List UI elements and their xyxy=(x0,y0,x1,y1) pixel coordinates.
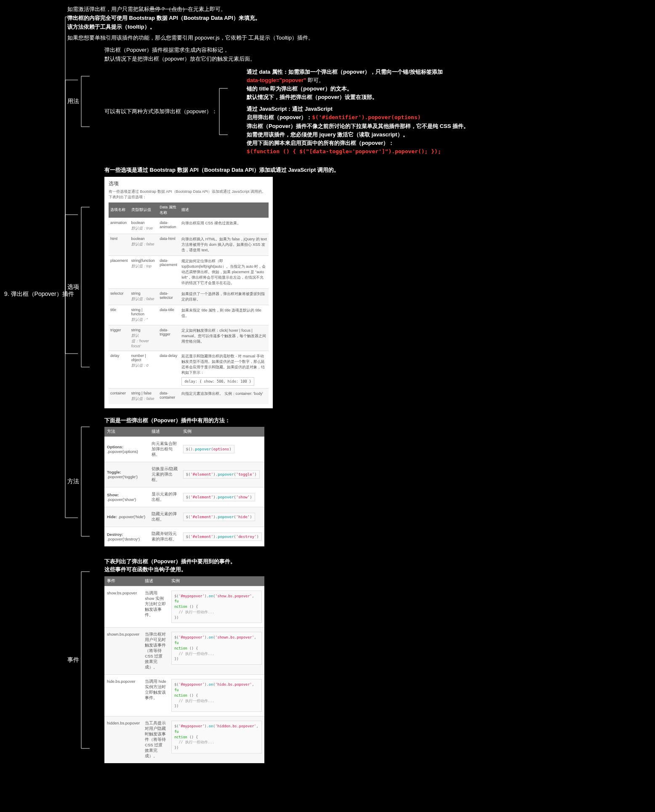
options-connector xyxy=(79,203,92,371)
events-block: 事件 下表列出了弹出框（Popover）插件中要用到的事件。 这些事件可在函数中… xyxy=(67,557,655,764)
methods-connector xyxy=(79,423,92,540)
usage-gen: 弹出框（Popover）插件根据需求生成内容和标记， 默认情况下是把弹出框（po… xyxy=(104,46,469,64)
methods-block: 方法 下面是一些弹出框（Popover）插件中有用的方法： 方法描述实例 Opt… xyxy=(67,417,655,546)
table-row: Show: .popover('show')显示元素的弹出框。$('#eleme… xyxy=(104,487,264,507)
events-panel: 事件描述实例 show.bs.popover当调用 show 实例方法时立即触发… xyxy=(104,576,264,764)
table-row: placementstring|function默认值：topdata-plac… xyxy=(109,256,269,288)
options-panel: 选项 有一些选项是通过 Bootstrap 数据 API（Bootstrap D… xyxy=(104,177,273,408)
options-panel-sub: 有一些选项是通过 Bootstrap 数据 API（Bootstrap Data… xyxy=(109,189,269,200)
table-row: Options: .popover(options)向元素集合附加弹出框句柄。$… xyxy=(104,437,264,462)
usage-two-ways-body: 通过 data 属性：如需添加一个弹出框（popover），只需向一个锚/按钮标… xyxy=(247,68,469,156)
options-table-header: 描述 xyxy=(180,202,269,218)
table-row: selectorstring默认值：falsedata-selector如果提供… xyxy=(109,288,269,305)
table-row: shown.bs.popover当弹出框对用户可见时触发该事件（将等待 CSS … xyxy=(104,628,264,675)
table-row: Toggle: .popover('toggle')切换显示/隐藏元素的弹出框。… xyxy=(104,462,264,487)
intro-block: 如需激活弹出框，用户只需把鼠标悬停？（点击）在元素上即可。 弹出框的内容完全可使… xyxy=(67,4,655,43)
events-table-header: 实例 xyxy=(169,576,264,586)
table-row: delaynumber | object默认值：0data-delay延迟显示和… xyxy=(109,351,269,388)
intro-line-3: 该方法依赖于工具提示（tooltip）。 xyxy=(67,23,655,32)
usage-connector xyxy=(79,72,92,131)
methods-panel: 方法描述实例 Options: .popover(options)向元素集合附加… xyxy=(104,427,264,546)
table-row: Destroy: .popover('destroy')隐藏并销毁元素的弹出框。… xyxy=(104,527,264,546)
events-table: 事件描述实例 show.bs.popover当调用 show 实例方法时立即触发… xyxy=(104,576,264,764)
methods-intro: 下面是一些弹出框（Popover）插件中有用的方法： xyxy=(104,417,264,424)
events-intro: 下表列出了弹出框（Popover）插件中要用到的事件。 这些事件可在函数中当钩子… xyxy=(104,557,264,574)
options-table: 选项名称类型/默认值Data 属性名称描述 animationboolean默认… xyxy=(109,202,269,404)
usage-two-ways: 可以有以下两种方式添加弹出框（popover）： xyxy=(104,107,217,116)
two-ways-connector xyxy=(217,84,230,139)
usage-block: 用法 弹出框（Popover）插件根据需求生成内容和标记， 默认情况下是把弹出框… xyxy=(67,46,655,157)
table-row: hide.bs.popover当调用 hide 实例方法时立即触发该事件。$('… xyxy=(104,675,264,716)
methods-table-header: 描述 xyxy=(149,427,181,437)
table-row: hidden.bs.popover当工具提示对用户隐藏时触发该事件（将等待 CS… xyxy=(104,716,264,764)
events-table-header: 事件 xyxy=(104,576,142,586)
table-row: htmlboolean默认值：falsedata-html向弹出框插入 HTML… xyxy=(109,234,269,256)
table-row: Hide: .popover('hide')隐藏元素的弹出框。$('#eleme… xyxy=(104,507,264,527)
intro-line-4: 如果您想要单独引用该插件的功能，那么您需要引用 popover.js，它依赖于 … xyxy=(67,34,655,43)
table-row: triggerstring默认值：'hover focus'data-trigg… xyxy=(109,325,269,351)
options-intro: 有一些选项是通过 Bootstrap 数据 API（Bootstrap Data… xyxy=(104,166,339,174)
intro-line-2: 弹出框的内容完全可使用 Bootstrap 数据 API（Bootstrap D… xyxy=(67,14,655,23)
usage-data-attr: 通过 data 属性：如需添加一个弹出框（popover），只需向一个锚/按钮标… xyxy=(247,68,469,102)
methods-table-header: 方法 xyxy=(104,427,149,437)
methods-table-header: 实例 xyxy=(181,427,264,437)
options-block: 选项 有一些选项是通过 Bootstrap 数据 API（Bootstrap D… xyxy=(67,166,655,408)
intro-line-1: 如需激活弹出框，用户只需把鼠标悬停？（点击）在元素上即可。 xyxy=(67,5,655,14)
table-row: animationboolean默认值：truedata-animation向弹… xyxy=(109,218,269,234)
mindmap-diagram: 9. 弹出框（Popover）插件 如需激活弹出框，用户只需把鼠标悬停？（点击）… xyxy=(0,0,655,780)
usage-javascript: 通过 JavaScript：通过 JavaScript 启用弹出框（popove… xyxy=(247,105,469,156)
options-table-header: Data 属性名称 xyxy=(158,202,180,218)
tree-connector-main xyxy=(63,8,80,682)
methods-table: 方法描述实例 Options: .popover(options)向元素集合附加… xyxy=(104,427,264,546)
options-panel-title: 选项 xyxy=(109,180,269,187)
table-row: show.bs.popover当调用 show 实例方法时立即触发该事件。$('… xyxy=(104,586,264,628)
table-row: containerstring | false默认值：falsedata-con… xyxy=(109,388,269,404)
events-connector xyxy=(79,567,92,753)
options-table-header: 类型/默认值 xyxy=(130,202,158,218)
table-row: titlestring | function默认值：''data-title如果… xyxy=(109,305,269,325)
events-table-header: 描述 xyxy=(142,576,169,586)
options-table-header: 选项名称 xyxy=(109,202,130,218)
